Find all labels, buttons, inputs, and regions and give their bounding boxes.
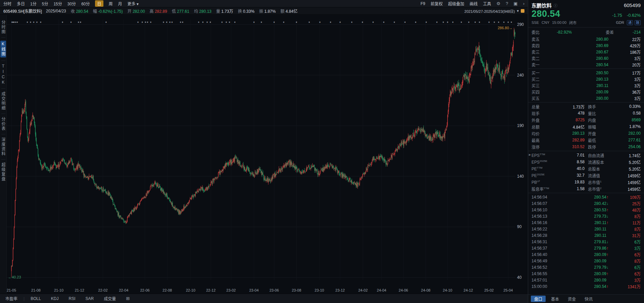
candlestick-chart[interactable]: ****************************************… [7,15,528,288]
sidebar-item-trade-detail[interactable]: 成交明细 [0,92,6,111]
y-axis-label: 290 [517,22,524,27]
toolbar-draw-line-button[interactable]: 画线 [469,1,477,6]
period-tab-15min[interactable]: 15分 [53,1,62,6]
order-book-row-ask1[interactable]: 卖五280.8022万 [528,36,644,42]
market-label: SSE [532,20,539,25]
tick-list[interactable]: 14:56:04280.54↑109万14:56:07280.42↓25万14:… [528,194,644,290]
event-marker: * [436,21,438,25]
period-tab-minute[interactable]: 分时 [3,1,11,6]
fin-label: 总市值1 [585,179,605,185]
price-change-group: -1.75 -0.62% [612,13,641,18]
order-book-row-ask2[interactable]: 卖四280.69429万 [528,42,644,49]
divider [528,193,644,193]
indicator-sar[interactable]: SAR [86,296,94,301]
period-tab-30min[interactable]: 30分 [67,1,76,6]
divider [528,69,644,69]
period-tab-daily[interactable]: 日 [95,0,103,7]
indicator-volume[interactable]: 成交量 [104,296,116,301]
last-price: 280.54 [532,9,560,19]
fin-label: 总股本 [585,166,605,172]
toolbar-tools-button[interactable]: 工具 [483,1,491,6]
level-price: 280.13 [543,77,608,82]
stat-value: 280.13 [545,131,585,136]
level-label: 卖二 [532,55,543,61]
panel-tab-basic[interactable]: 基本 [548,296,562,302]
toolbar-forward-adjust-button[interactable]: 前复权 [430,1,443,6]
x-axis-label: 23-12 [335,288,345,292]
panel-tab-funds[interactable]: 资金 [564,296,579,302]
expand-financials-icon[interactable]: » [528,153,531,157]
sidebar-item-depth-info[interactable]: 深度资料 [0,137,6,156]
period-tab-1min[interactable]: 1分 [30,1,37,6]
indicator-boll[interactable]: BOLL [31,296,41,301]
fullscreen-icon[interactable]: ▣ [513,1,517,6]
period-tab-multi-day[interactable]: 多日 [17,1,25,6]
weicha-label: 委差 [572,29,614,35]
tick-time: 14:56:49 [532,259,551,263]
x-axis-label: 22-04 [119,288,128,292]
fin-value: 5.20亿 [605,159,641,165]
event-marker: * [163,21,165,25]
event-marker: * [447,21,449,25]
indicator-pe-ratio[interactable]: 市盈率 [5,296,17,301]
x-axis-label: 23-02 [226,288,236,292]
gear-icon[interactable]: ⚙ [496,1,500,6]
field-label: 高 [150,9,155,14]
level-label: 卖一 [532,62,543,68]
event-marker: * [415,21,417,25]
order-book-row-bid2[interactable]: 买二280.133万 [528,76,644,82]
sidebar-item-tick[interactable]: TICK [1,64,6,85]
order-book-row-bid4[interactable]: 买四280.0936万 [528,89,644,95]
event-marker: * [443,21,444,25]
indicator-kdj[interactable]: KDJ [51,296,59,301]
stat-label: 跌停 [585,144,603,150]
sidebar-item-intraday-chart[interactable]: 分时图 [0,20,6,34]
event-marker: * [362,21,363,25]
financial-row: PBLF19.83总市值11459亿 [528,179,644,185]
level-volume: 22万 [608,36,641,42]
order-book-row-ask4[interactable]: 卖二280.603万 [528,55,644,61]
chevron-right-icon[interactable]: › [523,1,524,6]
indicator-rsi[interactable]: RSI [69,296,76,301]
order-book-row-bid1[interactable]: 买一280.5017万 [528,70,644,76]
tick-arrow-up-icon: ↑ [606,208,611,212]
period-tab-5min[interactable]: 5分 [42,1,48,6]
toolbar-f9-button[interactable]: F9 [420,1,425,6]
fin-label: PE2025E [532,173,557,178]
date-range-label[interactable]: 2021/05/27-2025/04/23(948日) [464,8,515,14]
help-icon[interactable]: ? [506,1,508,6]
fin-value: 40.0 [557,166,585,171]
tick-row: 14:56:22280.118万 [528,226,644,232]
candles-canvas[interactable]: ****************************************… [7,15,528,288]
tick-volume: 31万 [611,232,641,238]
event-marker: * [210,21,211,25]
period-tab-more[interactable]: 更多 ▾ [128,1,139,6]
grid-icon[interactable]: ⊞ [126,296,130,301]
sidebar-item-price-table[interactable]: 分价表 [0,117,6,131]
toolbar-super-overlay-button[interactable]: 超级叠加 [448,1,464,6]
highlight-badge-icon[interactable] [521,9,524,13]
sidebar-item-super-replay[interactable]: 超级复盘 [0,163,6,181]
order-book-row-bid3[interactable]: 买三280.113万 [528,82,644,89]
period-tab-60min[interactable]: 60分 [81,1,90,6]
stock-name: 东鹏饮料 [532,2,552,9]
symbol-label: 605499.SH[东鹏饮料] [3,8,42,14]
event-marker: * [234,21,236,25]
panel-tab-pankou[interactable]: 盘口 [531,296,546,302]
order-book-row-ask5[interactable]: 卖一280.5420万 [528,61,644,68]
period-tab-weekly[interactable]: 周 [109,1,113,6]
order-book-row-ask3[interactable]: 卖三280.67186万 [528,49,644,55]
event-marker: * [261,21,262,25]
caret-down-icon[interactable]: ▾ [517,9,519,13]
info-icon[interactable]: ⓘ [554,3,557,8]
fin-value: 1.58 [557,186,585,191]
sidebar-item-kline-chart[interactable]: K线图 [0,41,6,57]
panel-tab-news[interactable]: 快讯 [581,296,596,302]
level-label: 卖四 [532,43,543,48]
fin-value: 1459亿 [605,179,641,185]
order-book-row-bid5[interactable]: 买五280.003万 [528,95,644,101]
event-marker: * [36,21,38,25]
level-label: 买四 [532,89,543,95]
period-tab-monthly[interactable]: 月 [118,1,122,6]
level-price: 280.69 [543,43,608,48]
